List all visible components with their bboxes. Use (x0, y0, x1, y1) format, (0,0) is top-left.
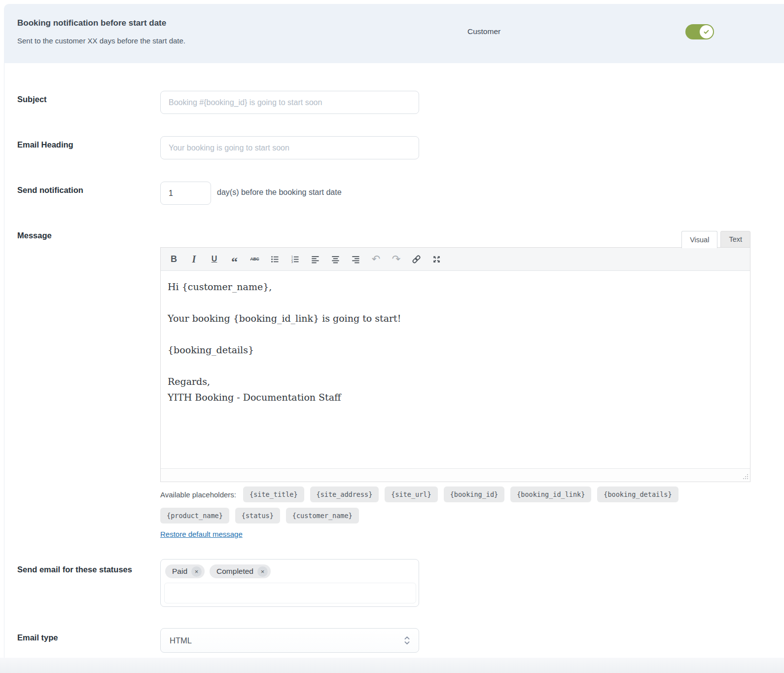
days-before-input[interactable] (160, 182, 211, 205)
placeholder-chip[interactable]: {customer_name} (286, 508, 359, 523)
align-center-icon (331, 255, 340, 263)
numbered-list-icon: 1 2 3 (291, 255, 299, 263)
page-title: Booking notification before start date (17, 18, 166, 28)
status-chip-label: Paid (172, 567, 187, 576)
editor-tabs: Visual Text (160, 231, 750, 248)
status-chips: Paid×Completed× (161, 560, 419, 578)
italic-button[interactable]: I (185, 251, 203, 267)
remove-status-button[interactable]: × (257, 566, 268, 577)
editor-statusbar (161, 468, 750, 482)
svg-text:3: 3 (291, 260, 293, 263)
undo-icon: ↶ (372, 254, 381, 264)
placeholder-chip[interactable]: {booking_id} (444, 486, 505, 502)
placeholder-chip[interactable]: {booking_id_link} (510, 486, 591, 502)
placeholder-chip[interactable]: {site_url} (385, 486, 437, 502)
status-chip: Paid× (165, 564, 205, 578)
bulleted-list-icon (271, 255, 279, 263)
message-content[interactable]: Hi {customer_name},Your booking {booking… (161, 271, 750, 468)
placeholder-chip[interactable]: {booking_details} (597, 486, 678, 502)
email-type-value: HTML (170, 636, 192, 645)
statuses-multiselect[interactable]: Paid×Completed× (160, 559, 419, 607)
fullscreen-icon (432, 255, 441, 263)
message-editor: B I U “ ABC 1 2 3 (160, 247, 750, 482)
panel-header: Booking notification before start date S… (4, 4, 784, 63)
subject-label: Subject (17, 94, 47, 105)
underline-icon: U (212, 255, 217, 263)
fullscreen-button[interactable] (428, 251, 446, 267)
enable-notification-toggle[interactable] (685, 24, 714, 39)
select-chevrons-icon (403, 635, 411, 646)
align-right-icon (352, 255, 360, 263)
tab-visual[interactable]: Visual (681, 231, 717, 248)
strikethrough-icon: ABC (250, 257, 259, 262)
send-notification-label: Send notification (17, 185, 83, 196)
undo-button[interactable]: ↶ (367, 251, 385, 267)
subject-input[interactable] (160, 91, 419, 114)
align-center-button[interactable] (327, 251, 345, 267)
blockquote-icon: “ (231, 260, 238, 264)
statuses-label: Send email for these statuses (17, 564, 141, 575)
available-placeholders: Available placeholders: {site_title}{sit… (160, 486, 705, 523)
status-chip: Completed× (210, 564, 271, 578)
align-left-icon (311, 255, 320, 263)
bold-button[interactable]: B (165, 251, 183, 267)
editor-toolbar: B I U “ ABC 1 2 3 (161, 248, 750, 271)
statuses-input[interactable] (164, 583, 416, 603)
placeholder-chip[interactable]: {site_title} (243, 486, 304, 502)
remove-status-button[interactable]: × (191, 566, 202, 577)
days-before-suffix: day(s) before the booking start date (217, 188, 342, 197)
link-icon (412, 255, 421, 264)
redo-button[interactable]: ↷ (388, 251, 405, 267)
email-notification-settings-page: Booking notification before start date S… (0, 0, 784, 673)
align-right-button[interactable] (347, 251, 365, 267)
align-left-button[interactable] (307, 251, 324, 267)
email-type-label: Email type (17, 632, 58, 643)
email-heading-label: Email Heading (17, 139, 73, 150)
bulleted-list-button[interactable] (266, 251, 284, 267)
toggle-knob (700, 25, 713, 38)
panel-bottom-edge (0, 658, 784, 673)
status-chip-label: Completed (216, 567, 253, 576)
italic-icon: I (192, 254, 196, 265)
blockquote-button[interactable]: “ (226, 251, 244, 267)
placeholder-chip[interactable]: {product_name} (160, 508, 229, 523)
link-button[interactable] (408, 251, 426, 267)
strikethrough-button[interactable]: ABC (246, 251, 264, 267)
underline-button[interactable]: U (206, 251, 223, 267)
available-placeholders-label: Available placeholders: (160, 490, 236, 499)
recipient-label: Customer (467, 27, 500, 36)
redo-icon: ↷ (392, 254, 401, 264)
email-type-select[interactable]: HTML (160, 628, 419, 653)
message-label: Message (17, 230, 52, 241)
restore-default-message-link[interactable]: Restore default message (160, 530, 243, 538)
placeholder-chip[interactable]: {status} (235, 508, 280, 523)
bold-icon: B (171, 254, 177, 264)
tab-text[interactable]: Text (720, 231, 750, 248)
page-subtitle: Sent to the customer XX days before the … (17, 37, 185, 45)
numbered-list-button[interactable]: 1 2 3 (286, 251, 304, 267)
email-heading-input[interactable] (160, 136, 419, 159)
check-icon (703, 28, 710, 36)
resize-handle-icon[interactable] (742, 474, 748, 480)
placeholder-chip[interactable]: {site_address} (310, 486, 379, 502)
panel-border (4, 63, 4, 673)
